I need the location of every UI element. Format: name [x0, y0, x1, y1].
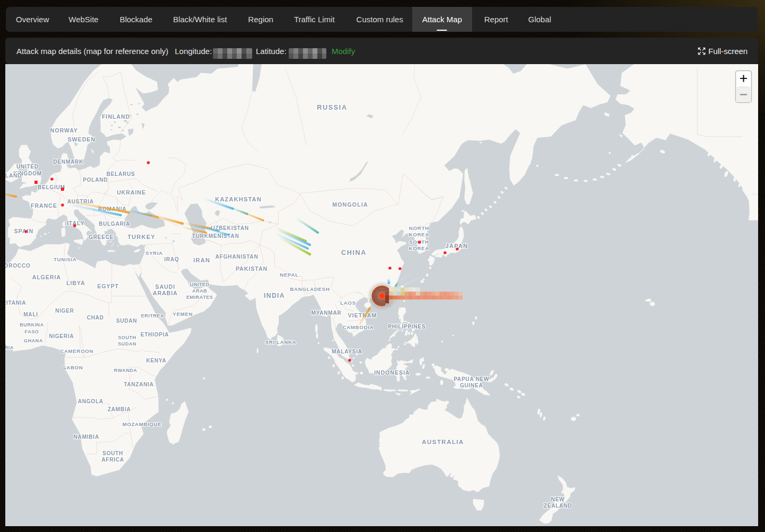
- svg-text:BELARUS: BELARUS: [106, 171, 135, 177]
- svg-text:LIBERIA: LIBERIA: [5, 345, 14, 350]
- svg-text:LIBYA: LIBYA: [66, 280, 85, 286]
- svg-text:UNITED: UNITED: [16, 164, 39, 170]
- svg-text:IRELAND: IRELAND: [5, 173, 22, 179]
- svg-text:SYRIA: SYRIA: [145, 250, 163, 256]
- svg-text:AUSTRALIA: AUSTRALIA: [422, 438, 464, 445]
- svg-text:RUSSIA: RUSSIA: [317, 104, 347, 111]
- svg-text:MOZAMBIQUE: MOZAMBIQUE: [122, 421, 162, 427]
- svg-text:CHAD: CHAD: [87, 315, 104, 321]
- svg-text:UNITED: UNITED: [190, 282, 210, 287]
- svg-text:EMIRATES: EMIRATES: [186, 295, 213, 300]
- svg-text:FASO: FASO: [25, 329, 39, 334]
- svg-text:GUINEA: GUINEA: [460, 383, 483, 388]
- svg-text:SWEDEN: SWEDEN: [68, 136, 95, 143]
- svg-text:FRANCE: FRANCE: [31, 202, 57, 209]
- svg-text:GABON: GABON: [62, 365, 83, 370]
- svg-text:NORWAY: NORWAY: [50, 127, 78, 134]
- svg-text:INDIA: INDIA: [264, 292, 285, 299]
- svg-text:RWANDA: RWANDA: [114, 368, 137, 373]
- svg-text:MYANMAR: MYANMAR: [311, 310, 341, 316]
- svg-text:BULGARIA: BULGARIA: [99, 221, 130, 227]
- svg-text:PAKISTAN: PAKISTAN: [236, 265, 268, 272]
- svg-text:ARABIA: ARABIA: [153, 290, 178, 296]
- svg-text:ETHIOPIA: ETHIOPIA: [140, 332, 169, 338]
- svg-text:SPAIN: SPAIN: [14, 228, 33, 234]
- svg-text:MONGOLIA: MONGOLIA: [332, 201, 368, 208]
- svg-text:NEPAL: NEPAL: [280, 272, 299, 278]
- svg-text:IRAN: IRAN: [193, 257, 210, 263]
- svg-text:TUNISIA: TUNISIA: [54, 256, 77, 262]
- svg-text:AFRICA: AFRICA: [102, 457, 124, 463]
- svg-text:SAUDI: SAUDI: [155, 283, 175, 290]
- svg-text:MALI: MALI: [23, 312, 38, 317]
- svg-text:EGYPT: EGYPT: [97, 283, 119, 289]
- svg-text:NORTH: NORTH: [409, 225, 429, 231]
- svg-text:DENMARK: DENMARK: [54, 159, 84, 165]
- svg-text:TURKEY: TURKEY: [128, 234, 156, 240]
- svg-text:SOUTH: SOUTH: [118, 335, 136, 340]
- svg-text:ARAB: ARAB: [192, 288, 207, 294]
- svg-text:TANZANIA: TANZANIA: [124, 382, 154, 387]
- svg-text:POLAND: POLAND: [83, 177, 108, 183]
- svg-text:KAZAKHSTAN: KAZAKHSTAN: [215, 196, 262, 202]
- svg-text:BANGLADESH: BANGLADESH: [290, 286, 330, 292]
- svg-text:ERITREA: ERITREA: [141, 313, 164, 318]
- svg-text:NIGER: NIGER: [55, 308, 74, 314]
- svg-text:GHANA: GHANA: [24, 338, 43, 343]
- svg-text:YEMEN: YEMEN: [173, 311, 193, 317]
- svg-text:PHILIPPINES: PHILIPPINES: [388, 324, 426, 330]
- svg-text:IRAQ: IRAQ: [164, 256, 179, 262]
- svg-text:MALAYSIA: MALAYSIA: [332, 349, 362, 354]
- svg-text:SOUTH: SOUTH: [102, 450, 123, 456]
- svg-text:INDONESIA: INDONESIA: [374, 369, 410, 376]
- svg-text:CHINA: CHINA: [341, 249, 367, 256]
- svg-text:UKRAINE: UKRAINE: [117, 189, 146, 196]
- svg-text:TURKMENISTAN: TURKMENISTAN: [192, 233, 239, 239]
- svg-text:CAMEROON: CAMEROON: [60, 348, 93, 354]
- svg-text:LAOS: LAOS: [340, 300, 356, 306]
- svg-text:KOREA: KOREA: [409, 245, 429, 251]
- svg-text:FINLAND: FINLAND: [102, 113, 130, 120]
- svg-text:NAMIBIA: NAMIBIA: [74, 434, 99, 440]
- svg-text:NEW: NEW: [551, 496, 565, 502]
- svg-text:BURKINA: BURKINA: [20, 322, 44, 327]
- svg-text:MAURITANIA: MAURITANIA: [5, 300, 26, 306]
- svg-text:MOROCCO: MOROCCO: [5, 263, 31, 269]
- svg-text:AFGHANISTAN: AFGHANISTAN: [216, 254, 259, 260]
- svg-text:NIGERIA: NIGERIA: [49, 333, 74, 339]
- svg-text:KOREA: KOREA: [409, 232, 429, 237]
- svg-text:GREECE: GREECE: [88, 234, 113, 240]
- svg-text:ALGERIA: ALGERIA: [32, 274, 61, 280]
- svg-text:SUDAN: SUDAN: [118, 341, 137, 347]
- svg-text:ANGOLA: ANGOLA: [78, 398, 103, 404]
- svg-text:PAPUA NEW: PAPUA NEW: [453, 376, 489, 382]
- svg-text:ZAMBIA: ZAMBIA: [108, 406, 131, 412]
- svg-text:ZEALAND: ZEALAND: [544, 503, 572, 509]
- svg-text:KENYA: KENYA: [146, 358, 166, 363]
- svg-text:SUDAN: SUDAN: [116, 318, 137, 324]
- svg-text:SRI LANKA: SRI LANKA: [265, 339, 297, 345]
- svg-text:VIETNAM: VIETNAM: [348, 312, 377, 318]
